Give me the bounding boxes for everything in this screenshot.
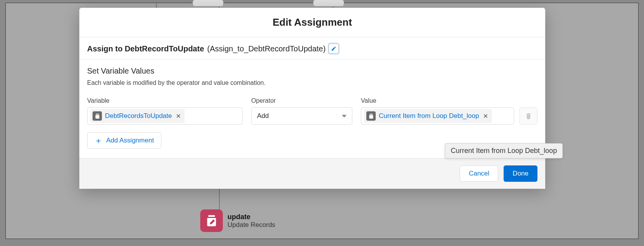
variable-input[interactable]: DebtRecordsToUpdate ✕: [87, 107, 243, 125]
plus-icon: ＋: [94, 137, 102, 144]
delete-row-button[interactable]: [520, 107, 537, 125]
flow-node: [313, 0, 344, 7]
section-title: Set Variable Values: [87, 67, 537, 76]
update-records-node[interactable]: update Update Records: [200, 209, 275, 232]
chevron-down-icon: [342, 115, 346, 118]
assignment-label: Assign to DebtRecordToUpdate: [87, 44, 204, 53]
edit-assignment-modal: Edit Assignment Assign to DebtRecordToUp…: [79, 8, 545, 189]
variable-icon: [93, 111, 102, 121]
variable-remove-button[interactable]: ✕: [175, 112, 182, 120]
update-records-icon: [200, 209, 223, 232]
trash-icon: [525, 112, 532, 119]
variable-label: Variable: [87, 97, 243, 104]
value-remove-button[interactable]: ✕: [482, 112, 489, 120]
flow-node: [192, 0, 224, 7]
value-input[interactable]: Current Item from Loop Debt_loop ✕: [361, 107, 514, 125]
cancel-button[interactable]: Cancel: [460, 165, 498, 182]
value-pill-text: Current Item from Loop Debt_loop: [379, 112, 479, 120]
pencil-icon: [331, 46, 336, 51]
variable-pill-text: DebtRecordsToUpdate: [105, 112, 172, 120]
operator-select[interactable]: Add: [251, 107, 352, 125]
add-assignment-label: Add Assignment: [106, 137, 154, 144]
add-assignment-button[interactable]: ＋ Add Assignment: [87, 132, 161, 149]
value-label: Value: [361, 97, 537, 104]
assignment-row: Variable DebtRecordsToUpdate ✕ Operator …: [87, 97, 537, 125]
value-pill: Current Item from Loop Debt_loop ✕: [364, 109, 492, 123]
done-button[interactable]: Done: [504, 165, 537, 182]
update-node-subtitle: Update Records: [228, 221, 275, 229]
modal-title: Edit Assignment: [79, 8, 545, 37]
value-icon: [366, 111, 376, 121]
value-tooltip: Current Item from Loop Debt_loop: [445, 143, 563, 158]
modal-footer: Cancel Done: [79, 158, 545, 189]
variable-pill: DebtRecordsToUpdate ✕: [91, 109, 184, 123]
edit-name-button[interactable]: [329, 44, 339, 54]
operator-value: Add: [257, 112, 269, 120]
operator-label: Operator: [251, 97, 352, 104]
assignment-name-row: Assign to DebtRecordToUpdate (Assign_to_…: [79, 37, 545, 60]
section-description: Each variable is modified by the operato…: [87, 79, 537, 86]
update-node-title: update: [228, 213, 275, 221]
assignment-api-name: (Assign_to_DebtRecordToUpdate): [207, 44, 326, 53]
